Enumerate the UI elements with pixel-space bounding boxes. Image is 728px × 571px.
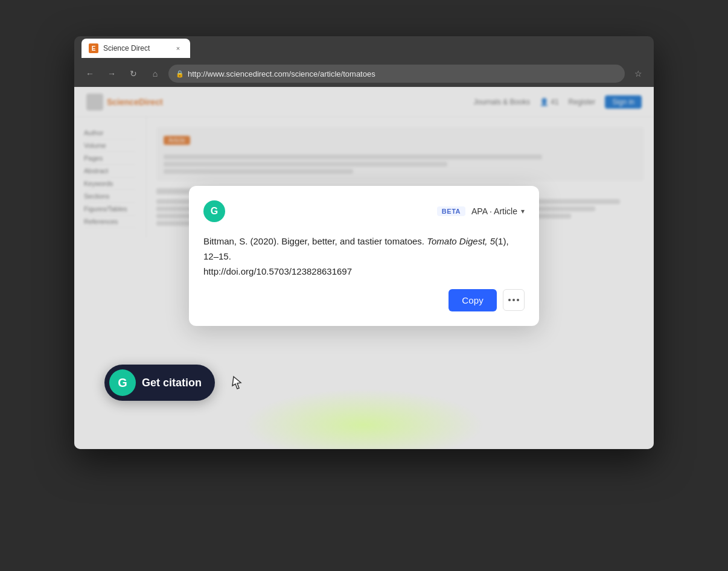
- citation-doi: http://doi.org/10.5703/123828631697: [203, 266, 352, 276]
- citation-text: Bittman, S. (2020). Bigger, better, and …: [203, 234, 525, 279]
- dot-2: [512, 299, 515, 301]
- copy-button[interactable]: Copy: [449, 289, 497, 311]
- citation-card: G BETA APA · Article ▾ Bittman, S. (2020…: [189, 186, 539, 325]
- citation-plain-text: Bittman, S. (2020). Bigger, better, and …: [203, 236, 427, 246]
- forward-button[interactable]: →: [103, 65, 120, 82]
- citation-card-header: G BETA APA · Article ▾: [203, 200, 525, 222]
- tab-close-button[interactable]: ×: [173, 43, 183, 53]
- browser-tab[interactable]: E Science Direct ×: [81, 39, 190, 58]
- browser-titlebar: E Science Direct ×: [74, 36, 654, 60]
- url-text: http://www.sciencedirect.com/science/art…: [188, 69, 618, 78]
- lock-icon: 🔒: [176, 70, 184, 78]
- bookmark-button[interactable]: ☆: [630, 65, 647, 82]
- reload-button[interactable]: ↻: [125, 65, 142, 82]
- browser-content: ScienceDirect Journals & Books 👤 41 Regi…: [74, 87, 654, 449]
- back-button[interactable]: ←: [81, 65, 98, 82]
- grammarly-g-button-icon: G: [109, 369, 136, 396]
- dot-3: [517, 299, 519, 301]
- home-button[interactable]: ⌂: [147, 65, 164, 82]
- tab-favicon: E: [89, 43, 98, 53]
- browser-addressbar: ← → ↻ ⌂ 🔒 http://www.sciencedirect.com/s…: [74, 60, 654, 87]
- style-selector[interactable]: APA · Article ▾: [471, 206, 525, 216]
- style-label: APA · Article: [471, 206, 517, 216]
- get-citation-label: Get citation: [142, 377, 202, 389]
- dot-1: [508, 299, 511, 301]
- cursor-icon: [231, 375, 243, 390]
- grammarly-logo-icon: G: [203, 200, 225, 222]
- beta-badge: BETA: [437, 206, 465, 216]
- chevron-down-icon: ▾: [521, 207, 525, 215]
- tab-title: Science Direct: [103, 44, 168, 53]
- get-citation-button[interactable]: G Get citation: [104, 365, 215, 401]
- more-options-button[interactable]: [503, 289, 525, 311]
- browser-window: E Science Direct × ← → ↻ ⌂ 🔒 http://www.…: [74, 36, 654, 449]
- tab-bar: E Science Direct ×: [81, 39, 190, 58]
- address-bar[interactable]: 🔒 http://www.sciencedirect.com/science/a…: [168, 65, 625, 83]
- citation-actions: Copy: [203, 289, 525, 311]
- citation-style-row: BETA APA · Article ▾: [437, 206, 525, 216]
- citation-italic-text: Tomato Digest, 5: [427, 236, 495, 246]
